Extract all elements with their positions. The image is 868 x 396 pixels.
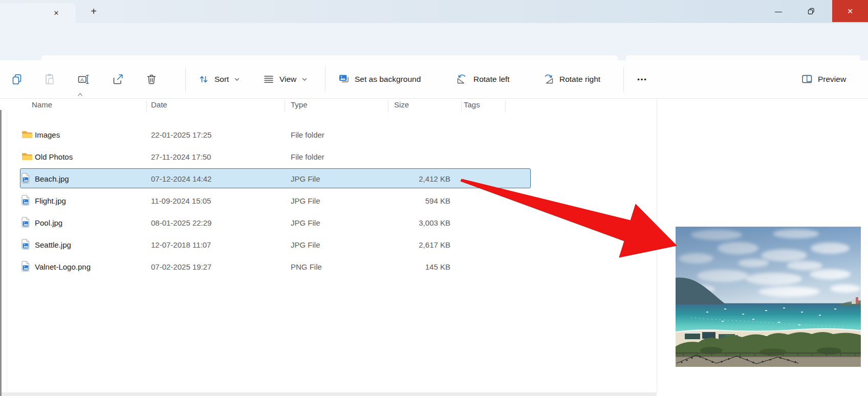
- file-date: 27-11-2024 17:50: [151, 152, 211, 161]
- rotate-right-icon: [541, 73, 555, 85]
- tab-close-icon[interactable]: ✕: [50, 7, 63, 19]
- file-date: 12-07-2018 11:07: [151, 240, 211, 249]
- image-file-icon: [21, 261, 30, 272]
- column-header-size[interactable]: Size: [394, 100, 409, 109]
- new-tab-button[interactable]: +: [85, 4, 102, 18]
- table-row[interactable]: Old Photos 27-11-2024 17:50 File folder: [0, 145, 657, 167]
- file-date: 22-01-2025 17:25: [151, 130, 211, 139]
- set-background-icon: [338, 73, 350, 85]
- folder-icon: [21, 152, 33, 161]
- command-bar: A Sort: [0, 60, 868, 99]
- svg-text:A: A: [80, 77, 84, 82]
- table-row[interactable]: Seattle.jpg 12-07-2018 11:07 JPG File 2,…: [0, 233, 657, 255]
- share-button[interactable]: [107, 69, 128, 90]
- column-resize-handle[interactable]: [285, 101, 285, 112]
- delete-button[interactable]: [141, 69, 162, 90]
- rename-icon: A: [77, 73, 90, 85]
- toolbar-divider: [623, 67, 624, 92]
- table-row[interactable]: Pool.jpg 08-01-2025 22:29 JPG File 3,003…: [0, 211, 657, 233]
- paste-icon: [44, 73, 56, 85]
- image-file-icon: [21, 239, 30, 250]
- file-name: Images: [35, 130, 60, 139]
- horizontal-scrollbar-track[interactable]: [0, 392, 657, 396]
- column-header-date[interactable]: Date: [151, 100, 167, 109]
- file-icon: [21, 129, 33, 140]
- column-resize-handle[interactable]: [146, 101, 147, 112]
- file-type: PNG File: [291, 262, 322, 271]
- file-date: 07-02-2025 19:27: [151, 262, 211, 271]
- table-row[interactable]: Flight.jpg 11-09-2024 15:05 JPG File 594…: [0, 189, 657, 211]
- see-more-button[interactable]: •••: [632, 69, 653, 90]
- more-icon: •••: [637, 76, 647, 83]
- rotate-right-label: Rotate right: [559, 75, 600, 84]
- sort-ascending-icon: [76, 92, 84, 97]
- set-as-background-label: Set as background: [355, 75, 421, 84]
- file-icon: [21, 239, 33, 250]
- column-header-name[interactable]: Name: [32, 100, 52, 109]
- file-icon: [21, 151, 33, 162]
- view-button[interactable]: View: [263, 69, 308, 90]
- toolbar-divider: [185, 67, 186, 92]
- chevron-down-icon: [301, 76, 308, 82]
- rotate-left-button[interactable]: Rotate left: [455, 69, 510, 90]
- explorer-tab[interactable]: ✕: [0, 3, 76, 23]
- file-type: File folder: [291, 152, 324, 161]
- file-name: Flight.jpg: [35, 196, 66, 205]
- file-icon: [21, 217, 33, 228]
- column-resize-handle[interactable]: [388, 101, 388, 112]
- preview-label: Preview: [818, 75, 846, 84]
- view-icon: [263, 73, 275, 85]
- file-size: 2,412 KB: [363, 174, 450, 183]
- share-icon: [112, 73, 124, 85]
- file-list: Images 22-01-2025 17:25 File folder Old …: [0, 123, 657, 277]
- rotate-left-label: Rotate left: [473, 75, 510, 84]
- table-row[interactable]: Beach.jpg 07-12-2024 14:42 JPG File 2,41…: [0, 167, 657, 189]
- left-edge-scrollbar[interactable]: [0, 110, 2, 396]
- table-row[interactable]: Images 22-01-2025 17:25 File folder: [0, 123, 657, 145]
- beach-photo: [676, 227, 861, 367]
- rotate-right-button[interactable]: Rotate right: [541, 69, 600, 90]
- file-icon: [21, 173, 33, 184]
- table-row[interactable]: Valnet-Logo.png 07-02-2025 19:27 PNG Fil…: [0, 255, 657, 277]
- file-explorer-window: ✕ + — ✕ Photo: [0, 0, 868, 396]
- image-file-icon: [21, 195, 30, 206]
- column-header-tags[interactable]: Tags: [464, 100, 480, 109]
- preview-pane-divider: [657, 99, 657, 392]
- file-date: 11-09-2024 15:05: [151, 196, 211, 205]
- sort-label: Sort: [214, 75, 229, 84]
- minimize-button[interactable]: —: [762, 0, 795, 22]
- toolbar-divider: [325, 67, 326, 92]
- column-resize-handle[interactable]: [505, 101, 506, 112]
- file-name: Pool.jpg: [35, 218, 62, 227]
- preview-image: [676, 227, 861, 367]
- restore-button[interactable]: [795, 0, 828, 22]
- tab-bar: ✕ + — ✕: [0, 0, 868, 23]
- file-size: 594 KB: [363, 196, 450, 205]
- file-type: JPG File: [291, 174, 320, 183]
- file-size: 145 KB: [363, 262, 450, 271]
- rename-button[interactable]: A: [73, 69, 94, 90]
- file-size: 3,003 KB: [363, 218, 450, 227]
- sort-button[interactable]: Sort: [198, 69, 241, 90]
- close-button[interactable]: ✕: [832, 0, 868, 22]
- column-resize-handle[interactable]: [461, 101, 462, 112]
- file-icon: [21, 261, 33, 272]
- file-date: 07-12-2024 14:42: [151, 174, 211, 183]
- column-header-type[interactable]: Type: [291, 100, 308, 109]
- folder-icon: [21, 130, 33, 139]
- file-type: JPG File: [291, 240, 320, 249]
- sort-icon: [198, 73, 210, 85]
- copy-button[interactable]: [7, 69, 27, 90]
- paste-button[interactable]: [39, 69, 60, 90]
- navigation-bar: Photos: [0, 23, 868, 60]
- copy-icon: [11, 73, 23, 85]
- rotate-left-icon: [455, 73, 469, 85]
- preview-toggle-button[interactable]: Preview: [801, 69, 846, 90]
- file-type: File folder: [291, 130, 324, 139]
- file-date: 08-01-2025 22:29: [151, 218, 211, 227]
- file-name: Beach.jpg: [35, 174, 69, 183]
- set-as-background-button[interactable]: Set as background: [338, 69, 421, 90]
- view-label: View: [279, 75, 296, 84]
- file-name: Valnet-Logo.png: [35, 262, 91, 271]
- chevron-down-icon: [233, 76, 241, 82]
